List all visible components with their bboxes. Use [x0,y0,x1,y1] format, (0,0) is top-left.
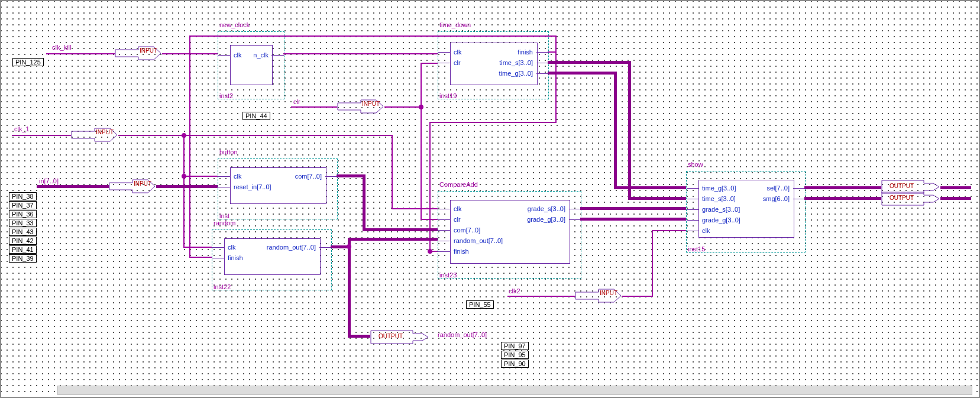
port-clk: clk [454,205,461,212]
wire [183,247,212,248]
junction-dot [182,133,186,138]
pin-label: PIN_38 [9,192,37,200]
pin-label: PIN_125 [12,58,44,66]
pin-label: PIN_42 [9,237,37,245]
bus [548,72,617,75]
block-title: new_clock [219,21,250,28]
port-com: com[7..0] [295,173,322,180]
io-type-label: OUTPUT [379,333,403,339]
wire [421,63,422,106]
block-button[interactable]: button clk reset_in[7..0] com[7..0] inst [218,158,338,219]
wire [189,35,557,37]
io-type-label: INPUT [600,290,617,296]
bus [940,186,971,189]
output-random-out[interactable]: OUTPUT [370,330,429,344]
port-grade-g: grade_g[3..0] [527,216,565,223]
port-clk: clk [234,51,241,59]
wire [392,208,438,209]
wire [12,135,71,136]
port-grade-s: grade_s[3..0] [702,206,740,213]
bus [363,174,366,229]
bus [37,185,109,188]
wire [507,296,575,297]
horizontal-scrollbar[interactable] [57,386,972,395]
wire [189,257,212,258]
net-clk-kill: clk_kill [52,44,71,51]
wire [392,135,393,208]
port-random-out: random_out[7..0] [454,237,503,244]
block-time-down[interactable]: time_down clk clr finish time_s[3..0] ti… [438,31,549,99]
block-compare-add[interactable]: CompareAdd clk clr com[7..0] random_out[… [438,191,581,279]
pin-label: PIN_39 [9,254,37,263]
bus [548,61,631,64]
pin-label: PIN_90 [501,360,529,368]
io-type-label: OUTPUT [890,195,914,201]
port-clr: clr [454,59,461,66]
block-title: show [688,161,703,168]
input-in-bus[interactable]: INPUT [109,179,156,193]
port-clr: clr [454,216,461,223]
io-type-label: INPUT [96,129,114,135]
wire [384,106,422,108]
port-clk: clk [234,173,241,180]
wire [291,106,337,108]
net-in: in[7..0] [39,177,59,185]
bus [348,238,351,337]
net-clk2: clk2 [509,287,520,295]
bus [156,185,218,188]
bus [628,61,631,198]
wire [183,176,218,177]
block-show[interactable]: show time_g[3..0] time_s[3..0] grade_s[3… [686,171,806,253]
wire [652,230,686,231]
junction-dot [428,249,432,254]
block-random[interactable]: random clk finish random_out[7..0] inst2… [212,229,332,290]
pin-label: PIN_97 [501,342,529,350]
schematic-canvas[interactable]: new_clock clk n_clk inst2 time_down clk … [0,0,980,398]
pin-label: PIN_44 [242,112,270,120]
bus [348,335,370,338]
block-title: button [219,148,238,156]
pin-label: PIN_55 [466,300,494,309]
pin-label: PIN_95 [501,351,529,359]
io-type-label: INPUT [134,180,151,187]
io-type-label: INPUT [362,101,380,107]
port-grade-g: grade_g[3..0] [702,216,740,224]
net-clr: clr [293,98,300,105]
wire [183,135,393,136]
bus [614,186,686,189]
instance-name: inst [219,212,229,219]
input-clk-1[interactable]: INPUT [71,128,118,142]
instance-name: inst23 [439,271,457,279]
io-type-label: INPUT [140,47,157,54]
port-time-s: time_s[3..0] [499,59,533,66]
pin-label: PIN_37 [9,201,37,209]
io-type-label: OUTPUT [890,183,914,189]
bus [614,72,617,187]
port-time-g: time_g[3..0] [499,70,533,77]
wire [183,135,185,247]
junction-dot [347,244,351,249]
junction-dot [419,105,423,109]
output-smg[interactable]: OUTPUT [881,192,940,206]
block-title: random [214,219,235,226]
junction-dot [182,174,186,179]
pin-label: PIN_36 [9,210,37,218]
bus [337,174,366,177]
block-new-clock[interactable]: new_clock clk n_clk inst2 [218,31,284,99]
port-com: com[7..0] [454,226,480,234]
wire [429,122,557,123]
bus [348,238,438,241]
pin-label: PIN_43 [9,228,37,236]
port-n-clk: n_clk [253,51,269,59]
wire [283,53,438,54]
port-grade-s: grade_s[3..0] [528,205,565,212]
wire [555,35,557,53]
bus [580,207,686,210]
bus [580,218,686,221]
wire [429,122,431,251]
port-finish: finish [228,254,243,261]
input-clk2[interactable]: INPUT [575,289,622,303]
wire [46,53,115,54]
input-clr[interactable]: INPUT [337,99,384,114]
input-clk-kill[interactable]: INPUT [115,46,162,60]
